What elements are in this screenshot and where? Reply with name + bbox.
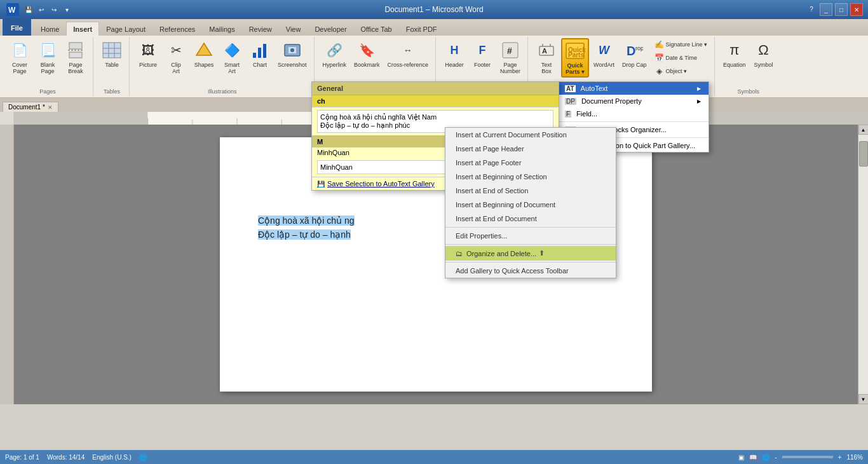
ribbon-group-pages: 📄 CoverPage 📃 BlankPage PageBreak Pages (3, 37, 93, 96)
help-btn[interactable]: ? (806, 3, 817, 15)
tab-references[interactable]: References (153, 22, 202, 36)
vertical-scrollbar[interactable]: ▲ ▼ (858, 125, 868, 404)
dropdown-qa-btn[interactable]: ▾ (61, 4, 72, 15)
tab-view[interactable]: View (279, 22, 308, 36)
autotext-search-entry: ch (312, 95, 559, 107)
text-buttons: A TextBox QuickParts QuickParts ▾ W Word… (533, 38, 710, 87)
doc-tab-label: Document1 * (8, 104, 45, 111)
insert-beginning-doc[interactable]: Insert at Beginning of Document (445, 198, 616, 212)
edit-properties[interactable]: Edit Properties... (445, 229, 616, 243)
insert-end-section[interactable]: Insert at End of Section (445, 184, 616, 198)
tab-file[interactable]: File (3, 19, 31, 36)
page-break-btn[interactable]: PageBreak (62, 38, 89, 76)
insert-current-doc[interactable]: Insert at Current Document Position (445, 128, 616, 142)
svg-rect-11 (253, 53, 256, 58)
cover-page-btn[interactable]: 📄 CoverPage (6, 38, 33, 76)
word-logo: W (5, 2, 20, 17)
scroll-thumb[interactable] (859, 141, 868, 167)
page-break-icon (65, 40, 86, 60)
insert-beginning-section[interactable]: Insert at Beginning of Section (445, 170, 616, 184)
table-btn[interactable]: Table (98, 38, 125, 70)
cross-ref-btn[interactable]: ↔ Cross-reference (384, 38, 432, 70)
header-btn[interactable]: H Header (441, 38, 468, 70)
blank-page-btn[interactable]: 📃 BlankPage (34, 38, 61, 76)
shapes-icon (194, 40, 214, 60)
scroll-down-btn[interactable]: ▼ (858, 394, 869, 404)
tab-page-layout[interactable]: Page Layout (99, 22, 153, 36)
chart-btn[interactable]: Chart (247, 38, 273, 70)
object-btn[interactable]: ◈ Object ▾ (651, 65, 710, 78)
view-reading-icon[interactable]: 📖 (749, 454, 757, 461)
insert-page-footer[interactable]: Insert at Page Footer (445, 156, 616, 170)
date-time-btn[interactable]: 📅 Date & Time (651, 51, 710, 64)
bookmark-btn[interactable]: 🔖 Bookmark (351, 38, 383, 70)
textbox-btn[interactable]: A TextBox (533, 38, 560, 76)
smartart-btn[interactable]: 🔷 SmartArt (219, 38, 245, 76)
autotext-menu-item[interactable]: AT AutoText ▶ (557, 82, 709, 95)
tab-review[interactable]: Review (242, 22, 279, 36)
wordart-btn[interactable]: W WordArt (590, 38, 618, 70)
page-number-btn[interactable]: # PageNumber (497, 38, 524, 76)
redo-qa-btn[interactable]: ↪ (48, 4, 60, 15)
ruler-corner (0, 112, 14, 125)
view-web-icon[interactable]: 🌐 (762, 454, 770, 461)
field-menu-item[interactable]: F Field... (557, 107, 709, 120)
equation-icon: π (724, 40, 745, 60)
clip-art-btn[interactable]: ✂ ClipArt (163, 38, 189, 76)
tab-home[interactable]: Home (34, 22, 66, 36)
scroll-track[interactable] (858, 135, 869, 394)
svg-text:D: D (627, 44, 635, 58)
tab-foxit[interactable]: Foxit PDF (399, 22, 444, 36)
bookmark-icon: 🔖 (356, 40, 377, 60)
signature-line-btn[interactable]: ✍ Signature Line ▾ (651, 38, 710, 51)
hyperlink-btn[interactable]: 🔗 Hyperlink (320, 38, 350, 70)
status-language-icon: 🌐 (139, 454, 147, 461)
close-btn[interactable]: ✕ (850, 3, 863, 16)
zoom-in-btn[interactable]: + (838, 454, 842, 461)
title-bar: W 💾 ↩ ↪ ▾ Document1 – Microsoft Word ? _… (0, 0, 868, 19)
clip-art-icon: ✂ (166, 40, 186, 60)
zoom-slider[interactable] (782, 456, 833, 458)
scroll-up-btn[interactable]: ▲ (858, 125, 869, 135)
doc-tab-close[interactable]: ✕ (48, 104, 53, 111)
insert-page-header[interactable]: Insert at Page Header (445, 142, 616, 156)
tab-insert[interactable]: Insert (66, 22, 99, 36)
textbox-icon: A (536, 40, 557, 60)
ribbon-tab-bar: File Home Insert Page Layout References … (0, 19, 868, 36)
tab-mailings[interactable]: Mailings (202, 22, 241, 36)
doc-tab-document1[interactable]: Document1 * ✕ (3, 102, 58, 112)
screenshot-icon (282, 40, 302, 60)
tab-office-tab[interactable]: Office Tab (354, 22, 399, 36)
cover-page-icon: 📄 (10, 40, 30, 60)
shapes-btn[interactable]: Shapes (191, 38, 217, 70)
quick-parts-btn[interactable]: QuickParts QuickParts ▾ (561, 38, 589, 78)
screenshot-btn[interactable]: Screenshot (275, 38, 310, 70)
restore-btn[interactable]: □ (835, 3, 848, 16)
picture-btn[interactable]: 🖼 Picture (135, 38, 161, 70)
document-property-label: Document Property (581, 97, 642, 105)
tables-label: Tables (104, 88, 120, 95)
minimize-btn[interactable]: _ (820, 3, 832, 16)
qp-separator-1 (557, 121, 709, 122)
zoom-out-btn[interactable]: - (775, 454, 776, 461)
insert-end-doc[interactable]: Insert at End of Document (445, 212, 616, 226)
zoom-level[interactable]: 116% (846, 454, 863, 461)
page-number-icon: # (500, 40, 520, 60)
svg-text:#: # (507, 46, 512, 56)
add-gallery-toolbar[interactable]: Add Gallery to Quick Access Toolbar (445, 264, 616, 278)
drop-cap-btn[interactable]: Drop Drop Cap (619, 38, 650, 70)
save-qa-btn[interactable]: 💾 (23, 4, 34, 15)
svg-point-16 (290, 48, 294, 52)
header-icon: H (444, 40, 465, 60)
footer-btn[interactable]: F Footer (469, 38, 496, 70)
undo-qa-btn[interactable]: ↩ (36, 4, 47, 15)
autotext-arrow: ▶ (697, 86, 701, 92)
organize-delete[interactable]: 🗂 Organize and Delete... ⬆ (445, 246, 616, 261)
window-controls: ? _ □ ✕ (806, 3, 863, 16)
tab-developer[interactable]: Developer (308, 22, 353, 36)
illustrations-label: Illustrations (208, 88, 237, 95)
document-property-menu-item[interactable]: DP Document Property ▶ (557, 95, 709, 107)
equation-btn[interactable]: π Equation (720, 38, 749, 70)
view-normal-icon[interactable]: ▣ (738, 454, 744, 461)
symbol-btn[interactable]: Ω Symbol (750, 38, 777, 70)
